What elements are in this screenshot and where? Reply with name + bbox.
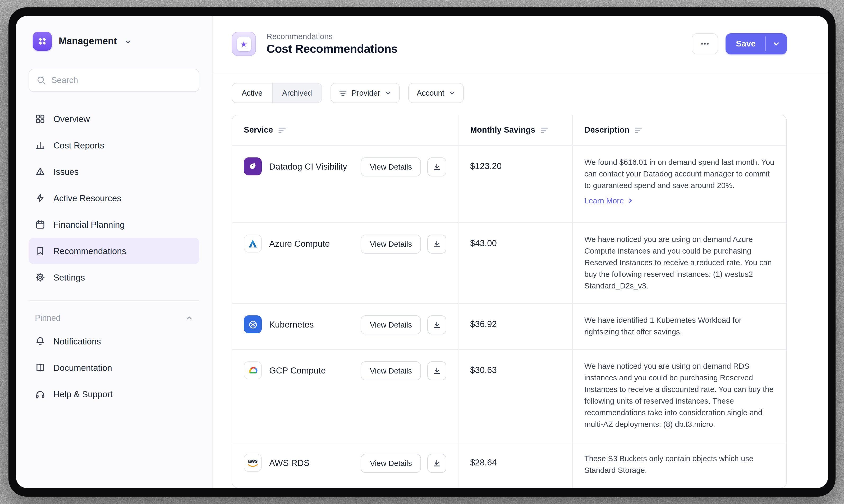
monthly-savings-value: $36.92 bbox=[470, 317, 561, 329]
tab-active[interactable]: Active bbox=[232, 84, 272, 103]
tab-archived[interactable]: Archived bbox=[272, 84, 322, 103]
search-input[interactable] bbox=[51, 75, 191, 85]
search-icon bbox=[36, 75, 46, 85]
content-area: Active Archived Provider Account bbox=[212, 72, 828, 488]
sidebar-item-issues[interactable]: Issues bbox=[29, 159, 200, 185]
chevron-right-icon bbox=[627, 198, 633, 204]
recommendation-description: We found $616.01 in on demand spend last… bbox=[584, 156, 776, 191]
download-icon bbox=[433, 240, 441, 248]
save-split-button: Save bbox=[725, 33, 787, 54]
sidebar-item-settings[interactable]: Settings bbox=[29, 264, 200, 291]
recommendation-description: We have identified 1 Kubernetes Workload… bbox=[584, 314, 776, 338]
sidebar-item-overview[interactable]: Overview bbox=[29, 106, 200, 132]
sidebar-item-label: Settings bbox=[53, 272, 85, 282]
main-panel: ★ Recommendations Cost Recommendations S… bbox=[212, 16, 828, 488]
sidebar-item-financial-planning[interactable]: Financial Planning bbox=[29, 211, 200, 238]
sidebar: Management Overview bbox=[16, 16, 212, 488]
calendar-icon bbox=[35, 219, 46, 230]
pinned-section-label: Pinned bbox=[35, 313, 61, 323]
download-button[interactable] bbox=[427, 158, 446, 177]
recommendation-description: We have noticed you are using on demand … bbox=[584, 234, 776, 292]
more-options-button[interactable] bbox=[691, 33, 718, 54]
service-name: Kubernetes bbox=[269, 316, 314, 334]
account-filter-button[interactable]: Account bbox=[408, 83, 464, 103]
chevron-up-icon[interactable] bbox=[186, 314, 193, 322]
learn-more-link[interactable]: Learn More bbox=[584, 197, 633, 205]
monthly-savings-value: $28.64 bbox=[470, 455, 561, 468]
kubernetes-icon bbox=[244, 316, 262, 334]
sort-icon[interactable] bbox=[540, 127, 548, 133]
workspace-name: Management bbox=[59, 36, 117, 47]
download-button[interactable] bbox=[427, 454, 446, 473]
download-icon bbox=[433, 321, 441, 329]
sidebar-item-recommendations[interactable]: Recommendations bbox=[29, 238, 200, 264]
table-row: Azure Compute View Details $43.00 We hav… bbox=[232, 222, 786, 303]
sidebar-item-label: Cost Reports bbox=[53, 140, 104, 150]
chevron-down-icon bbox=[385, 90, 391, 96]
sidebar-item-help-support[interactable]: Help & Support bbox=[29, 381, 200, 407]
provider-filter-label: Provider bbox=[352, 89, 380, 97]
datadog-icon bbox=[244, 158, 262, 175]
sidebar-item-label: Recommendations bbox=[53, 246, 126, 256]
sidebar-item-active-resources[interactable]: Active Resources bbox=[29, 185, 200, 211]
app-window: Management Overview bbox=[16, 16, 828, 488]
download-button[interactable] bbox=[427, 235, 446, 254]
desktop-background: Management Overview bbox=[0, 0, 844, 504]
view-details-button[interactable]: View Details bbox=[361, 158, 421, 177]
sidebar-item-cost-reports[interactable]: Cost Reports bbox=[29, 132, 200, 159]
provider-filter-button[interactable]: Provider bbox=[330, 83, 400, 103]
ellipsis-icon bbox=[699, 39, 710, 49]
download-icon bbox=[433, 367, 441, 375]
workspace-switcher[interactable]: Management bbox=[29, 30, 200, 53]
book-icon bbox=[35, 362, 46, 373]
table-header-row: Service Monthly Savings De bbox=[232, 115, 786, 145]
app-logo-icon bbox=[33, 32, 52, 51]
recommendation-description: These S3 Buckets only contain objects wh… bbox=[584, 453, 776, 476]
chevron-down-icon bbox=[125, 37, 131, 47]
aws-icon: aws bbox=[244, 454, 262, 472]
service-name: Datadog CI Visibility bbox=[269, 158, 347, 175]
monthly-savings-value: $30.63 bbox=[470, 362, 561, 375]
view-details-button[interactable]: View Details bbox=[361, 316, 421, 335]
pinned-section: Pinned Notifications Documentation bbox=[29, 300, 200, 407]
page-title: Cost Recommendations bbox=[266, 42, 398, 56]
service-name: GCP Compute bbox=[269, 361, 326, 379]
star-icon: ★ bbox=[237, 37, 251, 51]
download-icon bbox=[433, 163, 441, 171]
filter-bar: Active Archived Provider Account bbox=[231, 83, 787, 103]
monthly-savings-value: $43.00 bbox=[470, 236, 561, 248]
view-details-button[interactable]: View Details bbox=[361, 361, 421, 380]
sort-icon[interactable] bbox=[635, 127, 643, 133]
column-header-monthly-savings: Monthly Savings bbox=[470, 125, 535, 135]
download-button[interactable] bbox=[427, 361, 446, 380]
view-details-button[interactable]: View Details bbox=[361, 235, 421, 254]
bar-chart-icon bbox=[35, 140, 46, 150]
sidebar-item-label: Issues bbox=[53, 167, 79, 177]
sidebar-item-documentation[interactable]: Documentation bbox=[29, 355, 200, 381]
sort-icon[interactable] bbox=[278, 127, 286, 133]
sidebar-item-notifications[interactable]: Notifications bbox=[29, 328, 200, 355]
save-menu-button[interactable] bbox=[766, 33, 787, 54]
download-button[interactable] bbox=[427, 316, 446, 335]
save-button[interactable]: Save bbox=[725, 33, 765, 54]
filter-lines-icon bbox=[339, 90, 347, 96]
azure-icon bbox=[244, 235, 262, 253]
status-segmented-control: Active Archived bbox=[231, 83, 322, 103]
bell-icon bbox=[35, 336, 46, 346]
sidebar-item-label: Documentation bbox=[53, 363, 112, 373]
download-icon bbox=[433, 459, 441, 468]
table-row: Kubernetes View Details $36.92 We have i… bbox=[232, 303, 786, 349]
account-filter-label: Account bbox=[417, 89, 445, 97]
page-header: ★ Recommendations Cost Recommendations S… bbox=[212, 16, 828, 72]
recommendations-badge-icon: ★ bbox=[231, 32, 256, 56]
sidebar-nav: Overview Cost Reports Issues bbox=[29, 106, 200, 291]
sidebar-item-label: Active Resources bbox=[53, 193, 121, 203]
sidebar-item-label: Overview bbox=[53, 114, 90, 124]
chevron-down-icon bbox=[449, 90, 455, 96]
grid-icon bbox=[35, 113, 46, 124]
table-row: aws AWS RDS View Details $28.64 bbox=[232, 442, 786, 488]
view-details-button[interactable]: View Details bbox=[361, 454, 421, 473]
column-header-service: Service bbox=[244, 125, 273, 135]
gcp-icon bbox=[244, 361, 262, 379]
table-row: GCP Compute View Details $30.63 We have … bbox=[232, 349, 786, 442]
